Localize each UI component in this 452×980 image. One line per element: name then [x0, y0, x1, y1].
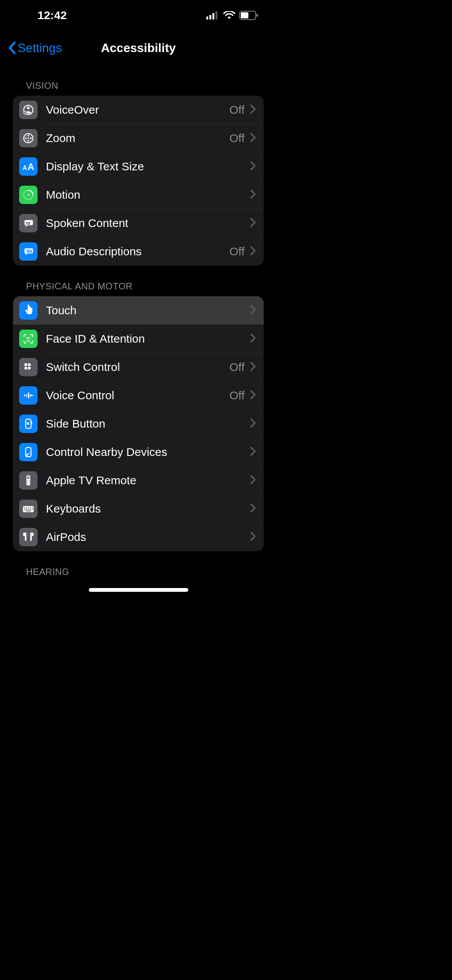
svg-rect-1 — [209, 15, 211, 20]
svg-point-21 — [28, 194, 29, 196]
svg-point-47 — [29, 482, 29, 483]
svg-point-45 — [29, 480, 29, 481]
row-label: Display & Text Size — [46, 160, 250, 173]
svg-marker-14 — [27, 140, 29, 142]
svg-rect-59 — [30, 509, 31, 510]
tvremote-icon — [19, 471, 38, 490]
section-header: PHYSICAL AND MOTOR — [13, 266, 264, 296]
svg-rect-54 — [30, 507, 31, 508]
page-title: Accessibility — [101, 41, 176, 55]
svg-rect-58 — [28, 509, 29, 510]
svg-rect-33 — [26, 394, 27, 397]
cellular-icon — [206, 11, 219, 20]
row-switch-control[interactable]: Switch ControlOff — [13, 353, 264, 381]
svg-rect-56 — [24, 509, 25, 510]
row-keyboards[interactable]: Keyboards — [13, 495, 264, 523]
row-control-nearby[interactable]: Control Nearby Devices — [13, 438, 264, 466]
keyboard-icon — [19, 500, 38, 518]
row-label: VoiceOver — [46, 103, 230, 116]
svg-marker-13 — [27, 134, 29, 136]
svg-rect-6 — [256, 14, 258, 17]
status-time: 12:42 — [15, 9, 67, 22]
chevron-right-icon — [250, 361, 256, 373]
chevron-right-icon — [250, 446, 256, 458]
row-airpods[interactable]: AirPods — [13, 523, 264, 551]
audiodesc-icon: 99 — [19, 242, 38, 261]
svg-marker-36 — [23, 394, 25, 397]
svg-rect-34 — [28, 392, 29, 399]
row-touch[interactable]: Touch — [13, 296, 264, 325]
row-value: Off — [230, 389, 245, 402]
nav-bar: Settings Accessibility — [0, 34, 277, 61]
wifi-icon — [223, 11, 235, 20]
svg-text:A: A — [23, 165, 27, 171]
row-voice-control[interactable]: Voice ControlOff — [13, 381, 264, 410]
switch-icon — [19, 358, 38, 376]
row-motion[interactable]: Motion — [13, 181, 264, 209]
chevron-right-icon — [250, 189, 256, 201]
svg-text:A: A — [28, 162, 34, 172]
row-label: Touch — [46, 304, 250, 317]
svg-point-43 — [27, 477, 30, 479]
svg-point-41 — [26, 456, 28, 457]
faceid-icon — [19, 330, 38, 348]
row-faceid-attention[interactable]: Face ID & Attention — [13, 325, 264, 353]
chevron-right-icon — [250, 132, 256, 144]
row-label: Apple TV Remote — [46, 474, 250, 487]
section-header: VISION — [13, 69, 264, 96]
row-label: Side Button — [46, 417, 250, 430]
svg-marker-15 — [24, 137, 26, 139]
touch-icon — [19, 301, 38, 320]
row-apple-tv-remote[interactable]: Apple TV Remote — [13, 466, 264, 495]
svg-rect-0 — [206, 16, 208, 20]
battery-icon — [239, 11, 258, 20]
row-spoken-content[interactable]: Spoken Content — [13, 209, 264, 237]
home-indicator — [89, 588, 188, 592]
row-label: Control Nearby Devices — [46, 446, 250, 459]
chevron-right-icon — [250, 531, 256, 543]
back-label: Settings — [18, 41, 62, 55]
chevron-right-icon — [250, 161, 256, 172]
svg-point-27 — [26, 337, 28, 338]
row-audio-descriptions[interactable]: 99Audio DescriptionsOff — [13, 237, 264, 266]
row-value: Off — [230, 132, 245, 145]
svg-text:99: 99 — [26, 248, 32, 254]
svg-rect-24 — [26, 224, 28, 225]
row-zoom[interactable]: ZoomOff — [13, 124, 264, 152]
svg-rect-25 — [28, 224, 30, 225]
zoom-icon — [19, 129, 38, 147]
row-side-button[interactable]: Side Button — [13, 410, 264, 438]
svg-rect-31 — [24, 367, 27, 369]
row-label: Face ID & Attention — [46, 332, 250, 345]
content: VISIONVoiceOverOffZoomOffAADisplay & Tex… — [0, 61, 277, 582]
row-voiceover[interactable]: VoiceOverOff — [13, 96, 264, 124]
textsize-icon: AA — [19, 157, 38, 176]
back-button[interactable]: Settings — [8, 41, 62, 55]
svg-rect-35 — [30, 394, 31, 397]
svg-point-28 — [29, 337, 31, 338]
status-bar: 12:42 — [0, 0, 277, 31]
svg-marker-37 — [31, 394, 33, 397]
row-value: Off — [230, 245, 245, 258]
row-label: Audio Descriptions — [46, 245, 230, 258]
sidebutton-icon — [19, 415, 38, 433]
spoken-icon — [19, 214, 38, 232]
row-label: Zoom — [46, 132, 230, 145]
svg-rect-32 — [28, 367, 31, 369]
voiceover-icon — [19, 101, 38, 119]
svg-rect-23 — [28, 222, 30, 224]
svg-point-49 — [29, 483, 29, 484]
motion-icon — [19, 186, 38, 204]
nearby-icon — [19, 443, 38, 461]
row-label: Motion — [46, 188, 250, 201]
row-value: Off — [230, 103, 245, 116]
chevron-right-icon — [250, 217, 256, 229]
row-label: Voice Control — [46, 389, 230, 402]
row-display-text-size[interactable]: AADisplay & Text Size — [13, 152, 264, 181]
svg-point-8 — [27, 107, 30, 109]
svg-rect-52 — [26, 507, 27, 508]
chevron-right-icon — [250, 246, 256, 257]
section-rows: VoiceOverOffZoomOffAADisplay & Text Size… — [13, 96, 264, 266]
svg-point-44 — [27, 480, 28, 481]
svg-rect-30 — [28, 363, 31, 366]
